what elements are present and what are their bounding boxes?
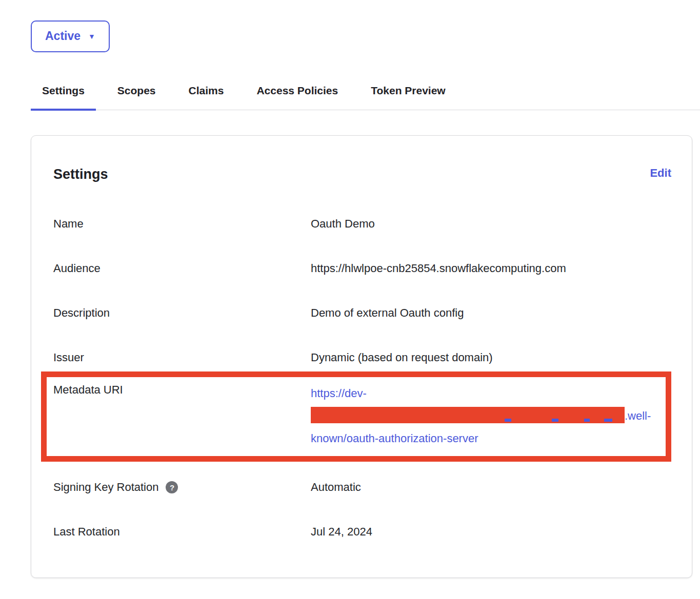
row-name: Name Oauth Demo	[53, 216, 671, 232]
tab-access-policies[interactable]: Access Policies	[245, 84, 349, 110]
help-icon[interactable]: ?	[166, 481, 178, 493]
row-name-value: Oauth Demo	[311, 216, 671, 232]
redacted-text-descender	[552, 419, 558, 422]
tab-settings[interactable]: Settings	[31, 84, 96, 110]
card-title: Settings	[53, 165, 108, 183]
status-dropdown-button[interactable]: Active ▼	[31, 20, 110, 52]
row-last-rotation-label: Last Rotation	[53, 524, 311, 540]
chevron-down-icon: ▼	[88, 33, 95, 40]
card-header: Settings Edit	[53, 165, 671, 183]
redaction-bar	[311, 407, 625, 423]
row-audience-value: https://hlwlpoe-cnb25854.snowflakecomput…	[311, 261, 671, 276]
tab-bar: Settings Scopes Claims Access Policies T…	[31, 84, 700, 110]
page: Active ▼ Settings Scopes Claims Access P…	[0, 0, 700, 578]
row-description-label: Description	[53, 305, 311, 321]
tab-scopes[interactable]: Scopes	[106, 84, 167, 110]
tab-token-preview[interactable]: Token Preview	[359, 84, 457, 110]
metadata-uri-line1: https://dev-	[311, 387, 367, 400]
metadata-uri-link[interactable]: https://dev- .well- known/oauth-authoriz…	[311, 382, 659, 450]
row-last-rotation-value: Jul 24, 2024	[311, 524, 671, 540]
redacted-text-descender	[604, 419, 612, 422]
row-audience: Audience https://hlwlpoe-cnb25854.snowfl…	[53, 261, 671, 276]
row-metadata-uri: Metadata URI https://dev- .well- known/o…	[53, 382, 659, 450]
edit-button[interactable]: Edit	[650, 165, 671, 181]
row-issuer-label: Issuer	[53, 350, 311, 365]
row-description: Description Demo of external Oauth confi…	[53, 305, 671, 321]
redacted-text-descender	[584, 419, 590, 422]
row-description-value: Demo of external Oauth config	[311, 305, 671, 321]
row-last-rotation: Last Rotation Jul 24, 2024	[53, 524, 671, 540]
row-issuer: Issuer Dynamic (based on request domain)	[53, 350, 671, 365]
redaction-highlight-box: Metadata URI https://dev- .well- known/o…	[41, 371, 671, 462]
tab-claims[interactable]: Claims	[177, 84, 235, 110]
row-signing-key-rotation-value: Automatic	[311, 480, 671, 495]
redacted-text-descender	[505, 419, 511, 422]
status-label: Active	[45, 29, 81, 43]
signing-key-rotation-text: Signing Key Rotation	[53, 480, 158, 495]
row-signing-key-rotation: Signing Key Rotation ? Automatic	[53, 480, 671, 495]
settings-card: Settings Edit Name Oauth Demo Audience h…	[31, 135, 692, 578]
row-signing-key-rotation-label: Signing Key Rotation ?	[53, 480, 311, 495]
metadata-uri-line2-suffix: .well-	[625, 409, 651, 422]
row-issuer-value: Dynamic (based on request domain)	[311, 350, 671, 365]
redaction-wrap	[311, 405, 625, 427]
metadata-uri-line3: known/oauth-authorization-server	[311, 432, 478, 445]
row-name-label: Name	[53, 216, 311, 232]
row-audience-label: Audience	[53, 261, 311, 276]
row-metadata-uri-label: Metadata URI	[53, 382, 311, 398]
